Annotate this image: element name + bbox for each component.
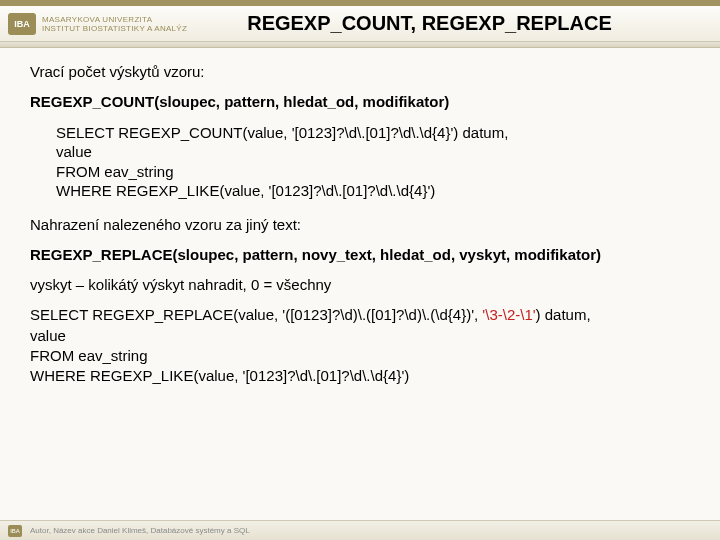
regexp-replace-syntax: REGEXP_REPLACE(sloupec, pattern, novy_te… [30,245,696,265]
slide-title: REGEXP_COUNT, REGEXP_REPLACE [247,12,612,35]
code2-line2: value [30,326,696,346]
logo-icon: IBA [8,13,36,35]
code1-line1: SELECT REGEXP_COUNT(value, '[0123]?\d\.[… [56,123,696,143]
university-text: MASARYKOVA UNIVERZITA INSTITUT BIOSTATIS… [42,15,187,33]
uni-line1: MASARYKOVA UNIVERZITA [42,15,187,24]
code1-line4: WHERE REGEXP_LIKE(value, '[0123]?\d\.[01… [56,181,696,201]
code2-line3: FROM eav_string [30,346,696,366]
code2-line1: SELECT REGEXP_REPLACE(value, '([0123]?\d… [30,305,696,325]
replace-intro: Nahrazení nalezeného vzoru za jiný text: [30,215,696,235]
regexp-count-syntax: REGEXP_COUNT(sloupec, pattern, hledat_od… [30,92,696,112]
code1-line2: value [56,142,696,162]
header-bar: IBA MASARYKOVA UNIVERZITA INSTITUT BIOST… [0,6,720,42]
code-block-2: SELECT REGEXP_REPLACE(value, '([0123]?\d… [30,305,696,386]
code-block-1: SELECT REGEXP_COUNT(value, '[0123]?\d\.[… [56,123,696,201]
logo-block: IBA MASARYKOVA UNIVERZITA INSTITUT BIOST… [8,13,187,35]
slide-content: Vrací počet výskytů vzoru: REGEXP_COUNT(… [0,48,720,400]
vyskyt-text: vyskyt – kolikátý výskyt nahradit, 0 = v… [30,275,696,295]
footer-bar: IBA Autor, Název akce Daniel Klimeš, Dat… [0,520,720,540]
code1-line3: FROM eav_string [56,162,696,182]
uni-line2: INSTITUT BIOSTATISTIKY A ANALÝZ [42,24,187,33]
footer-text: Autor, Název akce Daniel Klimeš, Databáz… [30,526,250,535]
code2-line4: WHERE REGEXP_LIKE(value, '[0123]?\d\.[01… [30,366,696,386]
code2-l1b: '\3-\2-\1' [482,306,535,323]
footer-logo-icon: IBA [8,525,22,537]
code2-l1a: SELECT REGEXP_REPLACE(value, '([0123]?\d… [30,306,482,323]
intro-text: Vrací počet výskytů vzoru: [30,62,696,82]
code2-l1c: ) datum, [536,306,591,323]
